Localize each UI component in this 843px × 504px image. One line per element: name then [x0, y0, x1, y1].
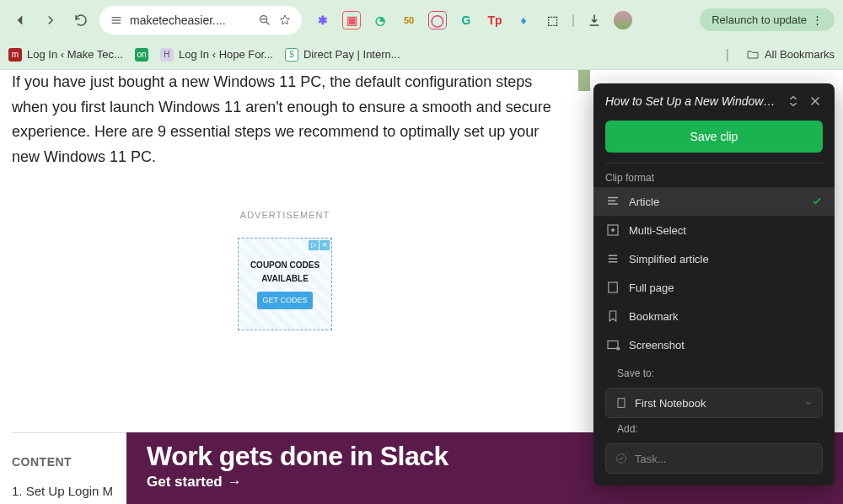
svg-rect-6: [608, 197, 618, 199]
svg-rect-0: [112, 17, 121, 18]
format-bookmark[interactable]: Bookmark: [593, 302, 835, 330]
format-label: Article: [629, 196, 659, 208]
all-bookmarks-label: All Bookmarks: [765, 48, 835, 61]
save-to-label: Save to:: [605, 367, 823, 383]
coupon-ad[interactable]: ▷✕ COUPON CODES AVAILABLE GET CODES: [238, 238, 332, 330]
full-page-icon: [605, 280, 620, 295]
url-text: maketecheasier....: [130, 13, 251, 27]
svg-rect-16: [608, 341, 618, 349]
web-clipper-panel: How to Set Up a New Windows 1 Save clip …: [593, 83, 835, 485]
downloads-icon[interactable]: [585, 11, 604, 29]
all-bookmarks[interactable]: All Bookmarks: [746, 48, 835, 62]
svg-line-5: [266, 22, 269, 24]
bookmark-icon: [605, 308, 620, 324]
extension-icon[interactable]: Tp: [486, 11, 504, 29]
svg-rect-13: [609, 258, 618, 260]
bookmark-item[interactable]: $Direct Pay | Intern...: [285, 48, 400, 62]
notebook-select[interactable]: First Notebook: [605, 388, 823, 418]
arrow-right-icon: [43, 13, 58, 28]
adchoices-badge[interactable]: ▷✕: [309, 240, 330, 250]
arrow-left-icon: [13, 13, 28, 28]
format-full-page[interactable]: Full page: [593, 273, 835, 302]
kebab-icon: ⋮: [812, 13, 823, 26]
separator: |: [572, 13, 575, 28]
extension-icon[interactable]: G: [457, 11, 475, 29]
omnibox[interactable]: maketecheasier....: [99, 6, 302, 35]
format-label: Simplified article: [629, 253, 709, 265]
site-settings-icon: [110, 13, 123, 27]
divider: [605, 163, 823, 164]
ad-label: ADVERTISEMENT: [12, 207, 558, 223]
expand-icon[interactable]: [786, 94, 801, 109]
format-simplified[interactable]: Simplified article: [593, 244, 835, 273]
clipper-title: How to Set Up a New Windows 1: [605, 94, 779, 108]
star-icon[interactable]: [278, 13, 292, 27]
bookmark-item[interactable]: on: [135, 48, 148, 62]
profile-avatar[interactable]: [614, 11, 632, 29]
reload-button[interactable]: [69, 8, 93, 32]
page-content: If you have just bought a new Windows 11…: [0, 70, 843, 504]
article-column: If you have just bought a new Windows 11…: [12, 70, 558, 330]
svg-rect-8: [608, 203, 618, 205]
browser-toolbar: maketecheasier.... ✱ ▣ ◔ 50 ◯ G Tp ♦ ⬚ |…: [0, 0, 843, 40]
svg-rect-12: [609, 255, 618, 257]
format-label: Multi-Select: [629, 224, 686, 237]
svg-rect-2: [112, 22, 121, 23]
add-label: Add:: [605, 423, 823, 438]
task-placeholder: Task...: [635, 453, 667, 465]
extensions-menu-icon[interactable]: ⬚: [543, 11, 561, 29]
close-icon[interactable]: [808, 94, 823, 109]
save-clip-button[interactable]: Save clip: [605, 121, 823, 153]
bookmark-bar: mLog In ‹ Make Tec... on HLog In ‹ Hope …: [0, 40, 843, 70]
favicon: on: [135, 48, 148, 62]
favicon: m: [8, 48, 22, 62]
bookmark-item[interactable]: mLog In ‹ Make Tec...: [8, 48, 123, 62]
folder-icon: [746, 48, 760, 62]
task-icon: [615, 452, 628, 465]
notebook-icon: [615, 396, 628, 410]
format-screenshot[interactable]: Screenshot: [593, 330, 835, 359]
bookmark-label: Log In ‹ Hope For...: [179, 48, 273, 61]
bookmark-label: Log In ‹ Make Tec...: [27, 48, 123, 61]
coupon-button[interactable]: GET CODES: [257, 292, 314, 309]
zoom-icon[interactable]: [258, 13, 271, 27]
coupon-title: COUPON CODES AVAILABLE: [239, 259, 331, 287]
slack-cta-label: Get started: [147, 474, 223, 491]
relaunch-label: Relaunch to update: [711, 13, 807, 26]
extension-icon[interactable]: ▣: [342, 11, 361, 29]
format-article[interactable]: Article: [593, 187, 835, 216]
article-icon: [605, 194, 620, 209]
bookmark-item[interactable]: HLog In ‹ Hope For...: [160, 48, 273, 62]
chevron-down-icon: [803, 398, 813, 408]
multi-select-icon: [605, 223, 620, 238]
sidebar-thumbnail: [578, 70, 590, 91]
svg-rect-1: [112, 19, 121, 20]
extension-icon[interactable]: ♦: [514, 11, 533, 29]
extension-icon[interactable]: 50: [400, 11, 418, 29]
notebook-name: First Notebook: [635, 397, 706, 410]
article-paragraph: If you have just bought a new Windows 11…: [12, 70, 558, 170]
relaunch-button[interactable]: Relaunch to update ⋮: [700, 8, 835, 31]
svg-rect-7: [608, 201, 615, 202]
extensions-row: ✱ ▣ ◔ 50 ◯ G Tp ♦ ⬚ |: [314, 11, 632, 29]
format-multi-select[interactable]: Multi-Select: [593, 216, 835, 244]
clipper-header: How to Set Up a New Windows 1: [593, 83, 835, 117]
svg-rect-20: [618, 399, 625, 408]
extension-icon[interactable]: ✱: [314, 11, 332, 29]
extension-icon[interactable]: ◯: [428, 11, 447, 29]
clip-format-label: Clip format: [593, 172, 835, 187]
save-clip-label: Save clip: [690, 130, 738, 143]
svg-rect-14: [609, 261, 618, 263]
back-button[interactable]: [8, 8, 32, 32]
favicon: H: [160, 48, 174, 62]
task-input[interactable]: Task...: [605, 443, 823, 474]
check-icon: [811, 196, 823, 207]
format-label: Full page: [629, 281, 674, 294]
svg-rect-15: [609, 282, 618, 292]
format-label: Bookmark: [629, 310, 679, 323]
screenshot-icon: [605, 337, 620, 352]
forward-button[interactable]: [39, 8, 62, 32]
bookmark-label: Direct Pay | Intern...: [303, 48, 400, 61]
extension-icon[interactable]: ◔: [371, 11, 389, 29]
separator: |: [726, 47, 729, 62]
